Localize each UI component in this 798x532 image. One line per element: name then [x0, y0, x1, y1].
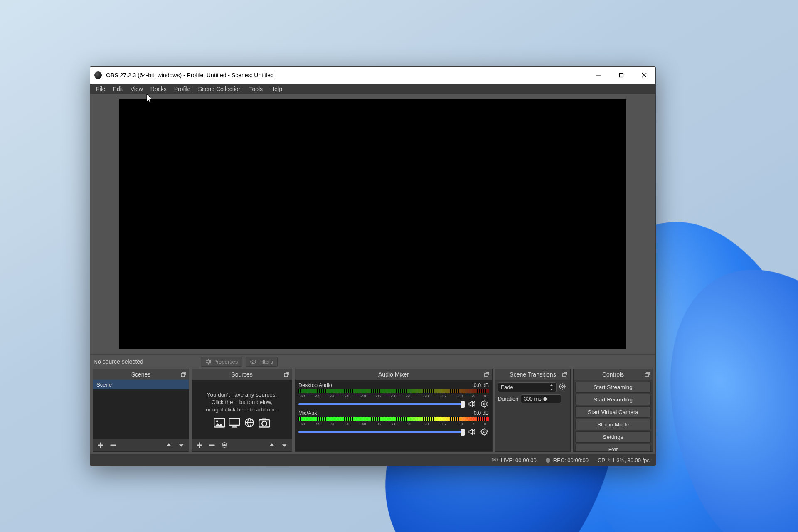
sources-dock: Sources You don't have any sources. Clic… — [192, 369, 292, 452]
volume-slider[interactable] — [298, 431, 464, 433]
sources-empty-l1: You don't have any sources. — [206, 391, 278, 399]
move-source-up-button[interactable] — [268, 441, 276, 449]
menu-file[interactable]: File — [92, 84, 109, 94]
updown-icon — [549, 384, 554, 390]
svg-rect-11 — [233, 426, 236, 426]
filters-button[interactable]: Filters — [246, 357, 277, 367]
mixer-body: Desktop Audio0.0 dB -60-55-50-45-40-35-3… — [295, 380, 492, 451]
window-title: OBS 27.2.3 (64-bit, windows) - Profile: … — [106, 72, 587, 79]
remove-scene-button[interactable] — [109, 441, 117, 449]
sources-header: Sources — [192, 369, 292, 380]
move-source-down-button[interactable] — [280, 441, 288, 449]
transitions-header: Scene Transitions — [495, 369, 570, 380]
svg-point-9 — [216, 420, 218, 422]
cpu-status: CPU: 1.3%, 30.00 fps — [598, 457, 650, 463]
scene-item[interactable]: Scene — [93, 380, 189, 389]
exit-button[interactable]: Exit — [575, 444, 651, 451]
statusbar: LIVE: 00:00:00 REC: 00:00:00 CPU: 1.3%, … — [90, 454, 655, 466]
svg-rect-10 — [229, 419, 240, 425]
close-button[interactable] — [633, 67, 655, 84]
controls-header: Controls — [574, 369, 653, 380]
settings-button[interactable]: Settings — [575, 431, 651, 443]
broadcast-icon — [491, 457, 498, 463]
svg-rect-6 — [181, 373, 185, 377]
channel-name: Desktop Audio — [298, 382, 332, 388]
duration-spinner[interactable]: 300 ms — [521, 394, 561, 403]
audio-mixer-dock: Audio Mixer Desktop Audio0.0 dB -60-55-5… — [295, 369, 493, 452]
gear-icon[interactable] — [480, 427, 489, 436]
popout-icon[interactable] — [484, 372, 490, 377]
svg-rect-25 — [645, 373, 648, 377]
move-scene-up-button[interactable] — [165, 441, 173, 449]
start-virtual-camera-button[interactable]: Start Virtual Camera — [575, 406, 651, 418]
preview-canvas[interactable] — [119, 99, 626, 349]
svg-point-18 — [262, 421, 267, 426]
maximize-button[interactable] — [610, 67, 633, 84]
spin-down-icon[interactable] — [543, 399, 547, 402]
channel-db: 0.0 dB — [474, 382, 489, 388]
svg-point-19 — [224, 444, 226, 446]
popout-icon[interactable] — [283, 372, 289, 377]
menu-profile[interactable]: Profile — [170, 84, 195, 94]
volume-slider[interactable] — [298, 403, 464, 405]
minimize-button[interactable] — [587, 67, 610, 84]
svg-rect-23 — [563, 373, 566, 377]
start-recording-button[interactable]: Start Recording — [575, 394, 651, 405]
add-source-button[interactable] — [195, 441, 204, 449]
menu-view[interactable]: View — [127, 84, 147, 94]
mixer-channel-desktop-audio: Desktop Audio0.0 dB -60-55-50-45-40-35-3… — [298, 382, 489, 409]
menu-scene-collection[interactable]: Scene Collection — [194, 84, 245, 94]
sources-list[interactable]: You don't have any sources. Click the + … — [192, 380, 292, 439]
menu-docks[interactable]: Docks — [147, 84, 170, 94]
add-scene-button[interactable] — [96, 441, 105, 449]
svg-rect-12 — [232, 427, 237, 428]
display-source-icon — [229, 418, 240, 428]
filters-icon — [250, 359, 256, 365]
scenes-header: Scenes — [93, 369, 189, 380]
source-settings-button[interactable] — [220, 441, 229, 449]
titlebar[interactable]: OBS 27.2.3 (64-bit, windows) - Profile: … — [90, 67, 655, 84]
live-status: LIVE: 00:00:00 — [501, 457, 537, 463]
transition-settings-button[interactable] — [559, 383, 568, 392]
app-icon — [94, 71, 102, 79]
svg-rect-20 — [485, 373, 488, 377]
controls-dock: Controls Start Streaming Start Recording… — [573, 369, 653, 452]
mixer-header: Audio Mixer — [295, 369, 492, 380]
record-dot-icon — [546, 458, 550, 463]
mixer-channel-mic-aux: Mic/Aux0.0 dB -60-55-50-45-40-35-30-25-2… — [298, 410, 489, 436]
menu-tools[interactable]: Tools — [245, 84, 266, 94]
start-streaming-button[interactable]: Start Streaming — [575, 382, 651, 393]
sources-empty-l2: Click the + button below, — [206, 399, 278, 406]
audio-meter — [298, 417, 489, 421]
spin-up-icon[interactable] — [543, 396, 547, 399]
remove-source-button[interactable] — [208, 441, 216, 449]
scenes-list[interactable]: Scene — [93, 380, 189, 439]
speaker-icon[interactable] — [467, 399, 476, 409]
properties-button[interactable]: Properties — [201, 357, 242, 367]
svg-rect-17 — [262, 419, 266, 421]
meter-ticks: -60-55-50-45-40-35-30-25-20-15-10-50 — [298, 394, 489, 399]
globe-source-icon — [244, 418, 255, 428]
camera-source-icon — [259, 418, 270, 428]
gear-icon — [205, 359, 211, 365]
preview-area — [90, 94, 655, 354]
gear-icon[interactable] — [480, 399, 489, 409]
sources-empty-l3: or right click here to add one. — [206, 406, 278, 414]
popout-icon[interactable] — [180, 372, 186, 377]
menu-edit[interactable]: Edit — [109, 84, 127, 94]
svg-point-26 — [494, 459, 495, 460]
move-scene-down-button[interactable] — [177, 441, 185, 449]
popout-icon[interactable] — [562, 372, 568, 377]
menu-help[interactable]: Help — [266, 84, 286, 94]
image-source-icon — [214, 418, 225, 428]
transition-select[interactable]: Fade — [498, 382, 557, 392]
meter-ticks: -60-55-50-45-40-35-30-25-20-15-10-50 — [298, 422, 489, 426]
scenes-dock: Scenes Scene — [93, 369, 189, 452]
studio-mode-button[interactable]: Studio Mode — [575, 419, 651, 430]
svg-rect-7 — [284, 373, 288, 377]
speaker-icon[interactable] — [467, 427, 476, 436]
svg-point-22 — [483, 431, 485, 433]
popout-icon[interactable] — [644, 372, 650, 377]
svg-point-24 — [562, 385, 564, 387]
duration-label: Duration — [498, 396, 518, 402]
